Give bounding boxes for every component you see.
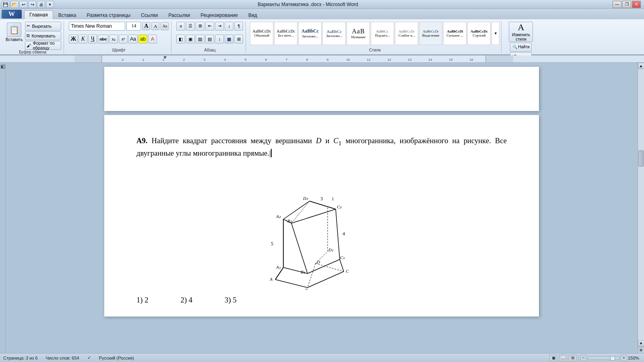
underline-button[interactable]: Ч [88, 35, 97, 43]
view-normal-btn[interactable]: ▣ [549, 355, 557, 361]
style-weak-emph[interactable]: AaBbCcDcСлабое в... [395, 22, 418, 45]
font-color-btn[interactable]: A [148, 35, 157, 43]
office-button[interactable]: W [2, 10, 22, 19]
sort-btn[interactable]: ↕ [225, 22, 233, 31]
save-quick-btn[interactable]: 💾 [2, 1, 10, 8]
subscript-button[interactable]: x₂ [109, 35, 118, 43]
svg-text:1: 1 [163, 58, 165, 62]
tab-layout[interactable]: Разметка страницы [81, 11, 136, 19]
view-web-btn[interactable]: ⊞ [569, 355, 577, 361]
align-right-btn[interactable]: ▨ [196, 35, 204, 43]
print-quick-btn[interactable]: 🖨 [37, 1, 45, 8]
cut-button[interactable]: ✂Вырезать [25, 22, 61, 31]
answer-3-val: 5 [233, 296, 236, 304]
answers-row: 1) 2 2) 4 3) 5 [136, 296, 507, 304]
clear-formatting-btn[interactable]: Аа [161, 22, 169, 30]
dim-5-label: 5 [271, 241, 273, 247]
page-marker-top[interactable]: ◧ [1, 65, 5, 69]
svg-rect-0 [74, 56, 513, 63]
style-strong-emph[interactable]: AaBbCcDiСильное ... [443, 22, 466, 45]
style-heading2[interactable]: AaBbCcЗаголово... [322, 22, 346, 45]
zoom-slider[interactable] [588, 356, 620, 360]
zoom-out-btn[interactable]: − [580, 355, 587, 361]
text-color-btn[interactable]: Аа [128, 35, 138, 43]
svg-line-35 [336, 209, 340, 259]
shading-btn[interactable]: ▦ [225, 35, 233, 43]
svg-text:9: 9 [327, 58, 329, 62]
svg-text:12: 12 [388, 58, 391, 62]
align-left-btn[interactable]: ◧ [176, 35, 185, 43]
window-title: Варианты Математика .docx - Microsoft Wo… [3, 2, 613, 7]
style-subtitle[interactable]: AaBbCc.Подзаго... [371, 22, 394, 45]
align-center-btn[interactable]: ▣ [186, 35, 195, 43]
svg-line-40 [283, 201, 310, 219]
paste-button[interactable]: 📋 Вставить [4, 22, 24, 50]
open-quick-btn[interactable]: 📂 [10, 1, 19, 8]
border-btn[interactable]: ⊞ [234, 35, 243, 43]
font-size-up-btn[interactable]: A [142, 22, 150, 30]
svg-text:10: 10 [347, 58, 350, 62]
font-size-box[interactable]: 14 [126, 22, 141, 31]
redo-quick-btn[interactable]: ↪ [28, 1, 36, 8]
svg-line-29 [308, 272, 344, 288]
multilevel-list-btn[interactable]: ⊞ [196, 22, 204, 31]
style-no-spacing[interactable]: AaBbCcDcБез инте... [274, 22, 297, 45]
highlight-btn[interactable]: ab [138, 35, 147, 43]
zoom-in-btn[interactable]: + [621, 355, 627, 361]
C-label: C [346, 269, 349, 274]
paste-label: Вставить [6, 37, 23, 42]
copy-button[interactable]: ⧉Копировать [25, 31, 61, 40]
scroll-thumb[interactable] [638, 150, 644, 167]
right-scrollbar: ▲ ▼ ⊞ [638, 63, 644, 353]
doc-area[interactable]: А9. Найдите квадрат расстояния между вер… [6, 63, 638, 353]
scroll-down-btn[interactable]: ▼ [638, 340, 644, 347]
geometric-figure: 3 4 5 2 1 A₂ B₂ C₂ [136, 165, 507, 290]
customize-quick-btn[interactable]: ▼ [46, 1, 54, 8]
tab-mail[interactable]: Рассылки [163, 11, 195, 19]
find-button[interactable]: 🔍Найти [510, 43, 532, 51]
svg-text:16: 16 [470, 58, 473, 62]
font-group: Times New Roman 14 A A Аа Ж К Ч аbc x₂ x… [66, 21, 171, 53]
show-marks-btn[interactable]: ¶ [234, 22, 243, 31]
zoom-thumb[interactable] [610, 356, 615, 361]
decrease-indent-btn[interactable]: ⇤ [205, 22, 214, 31]
tab-home[interactable]: Главная [24, 10, 53, 19]
zoom-divider [578, 355, 579, 361]
font-size-down-btn[interactable]: A [151, 22, 159, 30]
svg-text:6: 6 [265, 58, 267, 62]
strikethrough-button[interactable]: аbc [98, 35, 108, 43]
style-emphasis[interactable]: AaBbCcDcВыделение [419, 22, 442, 45]
bold-button[interactable]: Ж [69, 35, 78, 43]
style-title[interactable]: AaBНазвание [347, 22, 370, 45]
tab-view[interactable]: Вид [243, 11, 262, 19]
view-reading-btn[interactable]: 📖 [559, 355, 567, 361]
style-heading1[interactable]: AaBbCcЗаголово... [298, 22, 322, 45]
increase-indent-btn[interactable]: ⇥ [215, 22, 224, 31]
italic-button[interactable]: К [78, 35, 87, 43]
format-paint-button[interactable]: 🖌Формат по образцу [25, 41, 61, 50]
justify-btn[interactable]: ▤ [205, 35, 214, 43]
answer-1-num: 1) [136, 296, 144, 304]
close-button[interactable]: ✕ [632, 1, 641, 8]
style-more[interactable]: ▼ [491, 22, 500, 45]
scroll-up-btn[interactable]: ▲ [638, 63, 644, 69]
undo-quick-btn[interactable]: ↩ [19, 1, 27, 8]
font-name-box[interactable]: Times New Roman [69, 22, 125, 31]
numbered-list-btn[interactable]: ☰ [186, 22, 195, 31]
superscript-button[interactable]: x² [119, 35, 128, 43]
style-normal[interactable]: AaBbCcDcОбычный [250, 22, 273, 45]
change-styles-button[interactable]: A Изменить стили [509, 22, 533, 42]
line-spacing-btn[interactable]: ↕ [215, 35, 224, 43]
tab-refs[interactable]: Ссылки [136, 11, 163, 19]
tab-review[interactable]: Рецензирование [195, 11, 243, 19]
resize-handle[interactable]: ⊞ [638, 347, 644, 353]
svg-line-44 [291, 201, 310, 223]
task-paragraph: А9. Найдите квадрат расстояния между вер… [136, 135, 507, 159]
restore-button[interactable]: ❐ [622, 1, 631, 8]
scroll-track[interactable] [638, 69, 644, 340]
svg-text:5: 5 [245, 58, 247, 62]
tab-insert[interactable]: Вставка [53, 11, 82, 19]
bullet-list-btn[interactable]: ≡ [176, 22, 185, 31]
style-strict[interactable]: AaBbCcDcСтрогий [467, 22, 491, 45]
minimize-button[interactable]: — [613, 1, 621, 8]
